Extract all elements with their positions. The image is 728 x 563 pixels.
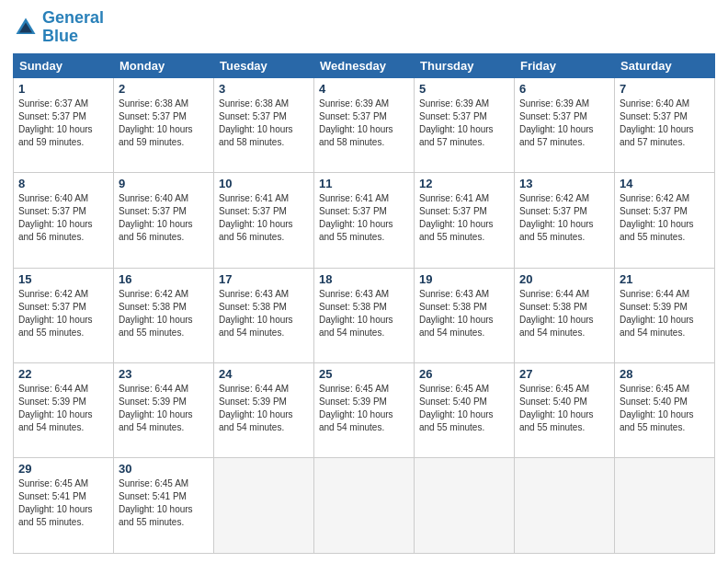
day-info: Sunrise: 6:45 AM Sunset: 5:41 PM Dayligh… bbox=[119, 477, 209, 529]
day-info: Sunrise: 6:42 AM Sunset: 5:37 PM Dayligh… bbox=[18, 288, 108, 339]
day-number: 2 bbox=[119, 82, 209, 96]
day-info: Sunrise: 6:44 AM Sunset: 5:38 PM Dayligh… bbox=[519, 288, 609, 339]
calendar-cell: 21Sunrise: 6:44 AM Sunset: 5:39 PM Dayli… bbox=[615, 268, 715, 362]
day-info: Sunrise: 6:39 AM Sunset: 5:37 PM Dayligh… bbox=[419, 98, 509, 149]
calendar-cell: 12Sunrise: 6:41 AM Sunset: 5:37 PM Dayli… bbox=[415, 173, 515, 268]
weekday-header-saturday: Saturday bbox=[615, 53, 715, 77]
weekday-header-monday: Monday bbox=[114, 53, 214, 77]
day-info: Sunrise: 6:37 AM Sunset: 5:37 PM Dayligh… bbox=[18, 98, 108, 149]
calendar-cell bbox=[615, 458, 715, 554]
calendar-cell: 11Sunrise: 6:41 AM Sunset: 5:37 PM Dayli… bbox=[314, 173, 415, 268]
calendar-cell: 8Sunrise: 6:40 AM Sunset: 5:37 PM Daylig… bbox=[14, 173, 114, 268]
day-number: 25 bbox=[319, 367, 409, 381]
calendar-week-4: 22Sunrise: 6:44 AM Sunset: 5:39 PM Dayli… bbox=[14, 363, 715, 458]
calendar-cell: 2Sunrise: 6:38 AM Sunset: 5:37 PM Daylig… bbox=[114, 77, 214, 172]
day-number: 1 bbox=[18, 82, 108, 96]
calendar-week-3: 15Sunrise: 6:42 AM Sunset: 5:37 PM Dayli… bbox=[14, 268, 715, 362]
calendar-cell: 13Sunrise: 6:42 AM Sunset: 5:37 PM Dayli… bbox=[515, 173, 615, 268]
day-info: Sunrise: 6:45 AM Sunset: 5:39 PM Dayligh… bbox=[319, 383, 409, 434]
day-number: 22 bbox=[18, 367, 108, 381]
calendar-cell: 22Sunrise: 6:44 AM Sunset: 5:39 PM Dayli… bbox=[14, 363, 114, 458]
day-number: 24 bbox=[219, 367, 309, 381]
header: General Blue bbox=[13, 9, 715, 46]
day-info: Sunrise: 6:45 AM Sunset: 5:40 PM Dayligh… bbox=[519, 383, 609, 434]
day-number: 28 bbox=[620, 367, 710, 381]
calendar-cell: 15Sunrise: 6:42 AM Sunset: 5:37 PM Dayli… bbox=[14, 268, 114, 362]
day-info: Sunrise: 6:45 AM Sunset: 5:41 PM Dayligh… bbox=[18, 477, 108, 529]
day-number: 15 bbox=[18, 272, 108, 286]
day-info: Sunrise: 6:44 AM Sunset: 5:39 PM Dayligh… bbox=[219, 383, 309, 434]
day-info: Sunrise: 6:39 AM Sunset: 5:37 PM Dayligh… bbox=[319, 98, 409, 149]
day-info: Sunrise: 6:43 AM Sunset: 5:38 PM Dayligh… bbox=[319, 288, 409, 339]
calendar-cell: 16Sunrise: 6:42 AM Sunset: 5:38 PM Dayli… bbox=[114, 268, 214, 362]
day-info: Sunrise: 6:38 AM Sunset: 5:37 PM Dayligh… bbox=[219, 98, 309, 149]
weekday-header-tuesday: Tuesday bbox=[214, 53, 314, 77]
day-number: 7 bbox=[620, 82, 710, 96]
day-number: 4 bbox=[319, 82, 409, 96]
day-number: 20 bbox=[519, 272, 609, 286]
day-number: 12 bbox=[419, 177, 509, 190]
day-info: Sunrise: 6:44 AM Sunset: 5:39 PM Dayligh… bbox=[18, 383, 108, 434]
day-info: Sunrise: 6:41 AM Sunset: 5:37 PM Dayligh… bbox=[419, 192, 509, 244]
day-number: 17 bbox=[219, 272, 309, 286]
logo: General Blue bbox=[13, 9, 104, 46]
day-info: Sunrise: 6:43 AM Sunset: 5:38 PM Dayligh… bbox=[219, 288, 309, 339]
calendar-cell bbox=[314, 458, 415, 554]
calendar-week-5: 29Sunrise: 6:45 AM Sunset: 5:41 PM Dayli… bbox=[14, 458, 715, 554]
day-number: 27 bbox=[519, 367, 609, 381]
day-number: 26 bbox=[419, 367, 509, 381]
day-number: 6 bbox=[519, 82, 609, 96]
calendar-cell: 6Sunrise: 6:39 AM Sunset: 5:37 PM Daylig… bbox=[515, 77, 615, 172]
weekday-header-friday: Friday bbox=[515, 53, 615, 77]
day-number: 8 bbox=[18, 177, 108, 190]
calendar-cell: 23Sunrise: 6:44 AM Sunset: 5:39 PM Dayli… bbox=[114, 363, 214, 458]
day-number: 29 bbox=[18, 462, 108, 476]
calendar-cell: 9Sunrise: 6:40 AM Sunset: 5:37 PM Daylig… bbox=[114, 173, 214, 268]
calendar-cell: 18Sunrise: 6:43 AM Sunset: 5:38 PM Dayli… bbox=[314, 268, 415, 362]
calendar-cell: 3Sunrise: 6:38 AM Sunset: 5:37 PM Daylig… bbox=[214, 77, 314, 172]
calendar-cell: 20Sunrise: 6:44 AM Sunset: 5:38 PM Dayli… bbox=[515, 268, 615, 362]
calendar-cell: 10Sunrise: 6:41 AM Sunset: 5:37 PM Dayli… bbox=[214, 173, 314, 268]
weekday-header-sunday: Sunday bbox=[14, 53, 114, 77]
logo-icon bbox=[13, 15, 39, 40]
calendar-week-1: 1Sunrise: 6:37 AM Sunset: 5:37 PM Daylig… bbox=[14, 77, 715, 172]
calendar-cell bbox=[515, 458, 615, 554]
day-info: Sunrise: 6:44 AM Sunset: 5:39 PM Dayligh… bbox=[620, 288, 710, 339]
calendar-cell: 25Sunrise: 6:45 AM Sunset: 5:39 PM Dayli… bbox=[314, 363, 415, 458]
day-number: 19 bbox=[419, 272, 509, 286]
day-number: 14 bbox=[620, 177, 710, 190]
calendar-cell: 27Sunrise: 6:45 AM Sunset: 5:40 PM Dayli… bbox=[515, 363, 615, 458]
weekday-header-wednesday: Wednesday bbox=[314, 53, 415, 77]
day-info: Sunrise: 6:40 AM Sunset: 5:37 PM Dayligh… bbox=[18, 192, 108, 244]
calendar-cell: 1Sunrise: 6:37 AM Sunset: 5:37 PM Daylig… bbox=[14, 77, 114, 172]
calendar-cell: 4Sunrise: 6:39 AM Sunset: 5:37 PM Daylig… bbox=[314, 77, 415, 172]
calendar-cell bbox=[415, 458, 515, 554]
day-info: Sunrise: 6:43 AM Sunset: 5:38 PM Dayligh… bbox=[419, 288, 509, 339]
day-number: 21 bbox=[620, 272, 710, 286]
day-info: Sunrise: 6:39 AM Sunset: 5:37 PM Dayligh… bbox=[519, 98, 609, 149]
day-info: Sunrise: 6:38 AM Sunset: 5:37 PM Dayligh… bbox=[119, 98, 209, 149]
day-number: 10 bbox=[219, 177, 309, 190]
calendar-cell: 19Sunrise: 6:43 AM Sunset: 5:38 PM Dayli… bbox=[415, 268, 515, 362]
day-number: 23 bbox=[119, 367, 209, 381]
day-number: 3 bbox=[219, 82, 309, 96]
calendar-cell: 29Sunrise: 6:45 AM Sunset: 5:41 PM Dayli… bbox=[14, 458, 114, 554]
day-info: Sunrise: 6:41 AM Sunset: 5:37 PM Dayligh… bbox=[319, 192, 409, 244]
calendar-week-2: 8Sunrise: 6:40 AM Sunset: 5:37 PM Daylig… bbox=[14, 173, 715, 268]
day-number: 18 bbox=[319, 272, 409, 286]
day-info: Sunrise: 6:40 AM Sunset: 5:37 PM Dayligh… bbox=[620, 98, 710, 149]
day-info: Sunrise: 6:40 AM Sunset: 5:37 PM Dayligh… bbox=[119, 192, 209, 244]
day-number: 9 bbox=[119, 177, 209, 190]
day-info: Sunrise: 6:42 AM Sunset: 5:38 PM Dayligh… bbox=[119, 288, 209, 339]
calendar-cell: 17Sunrise: 6:43 AM Sunset: 5:38 PM Dayli… bbox=[214, 268, 314, 362]
day-number: 16 bbox=[119, 272, 209, 286]
calendar-cell: 24Sunrise: 6:44 AM Sunset: 5:39 PM Dayli… bbox=[214, 363, 314, 458]
day-info: Sunrise: 6:42 AM Sunset: 5:37 PM Dayligh… bbox=[519, 192, 609, 244]
day-info: Sunrise: 6:45 AM Sunset: 5:40 PM Dayligh… bbox=[620, 383, 710, 434]
logo-text: General Blue bbox=[42, 9, 104, 46]
day-number: 30 bbox=[119, 462, 209, 476]
calendar-cell: 26Sunrise: 6:45 AM Sunset: 5:40 PM Dayli… bbox=[415, 363, 515, 458]
calendar-cell: 30Sunrise: 6:45 AM Sunset: 5:41 PM Dayli… bbox=[114, 458, 214, 554]
calendar-cell: 14Sunrise: 6:42 AM Sunset: 5:37 PM Dayli… bbox=[615, 173, 715, 268]
calendar-cell: 7Sunrise: 6:40 AM Sunset: 5:37 PM Daylig… bbox=[615, 77, 715, 172]
